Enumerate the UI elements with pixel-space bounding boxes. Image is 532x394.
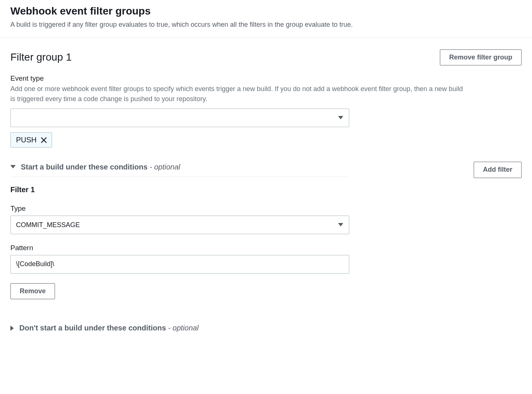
event-type-select[interactable] bbox=[10, 109, 349, 127]
event-type-description: Add one or more webhook event filter gro… bbox=[10, 84, 467, 104]
close-icon[interactable] bbox=[40, 137, 47, 143]
optional-suffix: - optional bbox=[150, 163, 180, 171]
remove-filter-button[interactable]: Remove bbox=[10, 283, 55, 300]
filter-type-select[interactable]: COMMIT_MESSAGE bbox=[10, 216, 349, 234]
page-title: Webhook event filter groups bbox=[10, 4, 522, 18]
start-conditions-heading: Start a build under these conditions bbox=[21, 163, 147, 171]
filter-group-title: Filter group 1 bbox=[10, 51, 72, 63]
filter-group-container: Filter group 1 Remove filter group Event… bbox=[0, 38, 532, 333]
start-conditions-header[interactable]: Start a build under these conditions - o… bbox=[10, 163, 348, 177]
page-subtitle: A build is triggered if any filter group… bbox=[10, 20, 522, 29]
event-type-token-label: PUSH bbox=[16, 136, 37, 144]
event-type-label: Event type bbox=[10, 74, 467, 83]
caret-down-icon bbox=[10, 165, 16, 169]
dont-start-conditions-header[interactable]: Don't start a build under these conditio… bbox=[10, 324, 348, 332]
dont-start-conditions-heading: Don't start a build under these conditio… bbox=[19, 324, 166, 332]
filter-pattern-input[interactable] bbox=[10, 255, 349, 274]
svg-marker-5 bbox=[10, 326, 14, 331]
caret-right-icon bbox=[10, 326, 14, 331]
filter-type-label: Type bbox=[10, 204, 349, 213]
remove-filter-group-button[interactable]: Remove filter group bbox=[440, 49, 522, 66]
filter-title: Filter 1 bbox=[10, 185, 349, 194]
svg-marker-3 bbox=[10, 165, 16, 168]
filter-pattern-label: Pattern bbox=[10, 244, 349, 252]
optional-suffix: - optional bbox=[168, 324, 198, 332]
add-filter-button[interactable]: Add filter bbox=[474, 162, 522, 178]
event-type-token: PUSH bbox=[10, 132, 52, 148]
